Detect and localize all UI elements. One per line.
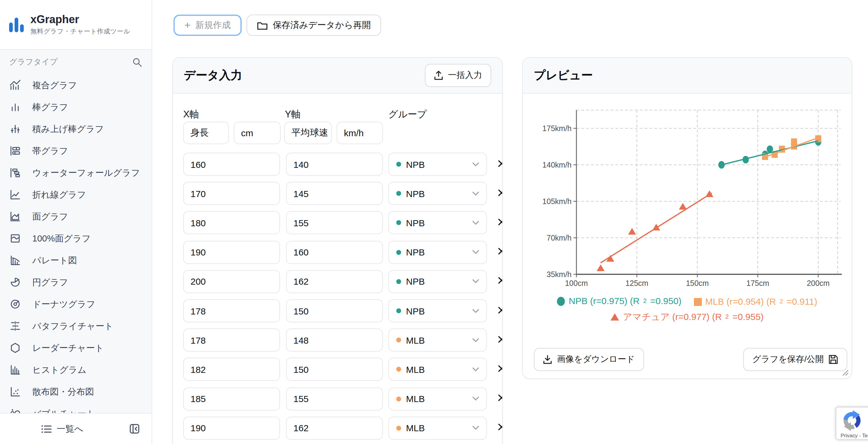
sidebar-item-waterfall-graph[interactable]: ウォーターフォールグラフ: [0, 162, 152, 184]
sidebar-item-donut-chart[interactable]: ドーナツグラフ: [0, 293, 152, 315]
y-value-input[interactable]: [286, 211, 383, 235]
sidebar-item-pareto-chart[interactable]: パレート図: [0, 249, 152, 271]
delete-row-button[interactable]: [497, 361, 503, 378]
group-select[interactable]: MLB: [389, 417, 487, 440]
delete-row-button[interactable]: [497, 156, 503, 173]
group-name: MLB: [406, 364, 425, 375]
save-graph-button[interactable]: グラフを保存/公開: [743, 348, 847, 371]
to-list-button[interactable]: 一覧へ: [41, 423, 83, 435]
app-logo[interactable]: xGrapher 無料グラフ・チャート作成ツール: [0, 0, 152, 50]
group-select[interactable]: NPB: [389, 241, 487, 264]
group-select[interactable]: NPB: [389, 299, 487, 322]
group-select[interactable]: MLB: [389, 329, 487, 351]
sidebar-item-area-100-graph[interactable]: 100%面グラフ: [0, 228, 152, 249]
close-icon: [497, 247, 503, 255]
y-value-input[interactable]: [286, 358, 383, 381]
y-value-input[interactable]: [286, 182, 383, 205]
group-select[interactable]: NPB: [389, 270, 487, 293]
radar-chart-icon: [9, 342, 21, 354]
x-value-input[interactable]: [183, 182, 280, 205]
x-value-input[interactable]: [183, 417, 280, 440]
new-graph-button[interactable]: + 新規作成: [174, 14, 242, 36]
sidebar-item-band-graph[interactable]: 帯グラフ: [0, 140, 152, 162]
group-select[interactable]: NPB: [389, 211, 487, 235]
recaptcha-badge[interactable]: Privacy - Terms: [836, 407, 868, 440]
sidebar-item-bubble-chart[interactable]: バブルチャート: [0, 403, 152, 413]
x-value-input[interactable]: [183, 358, 280, 381]
x-value-input[interactable]: [183, 241, 280, 264]
data-row: NPB: [183, 270, 503, 293]
sidebar-item-pie-chart[interactable]: 円グラフ: [0, 271, 152, 293]
x-value-input[interactable]: [183, 211, 280, 235]
chart-legend: NPB (r=0.975) (R2=0.950)MLB (r=0.954) (R…: [523, 293, 851, 325]
x-value-input[interactable]: [183, 329, 280, 351]
preview-header: プレビュー: [523, 58, 851, 94]
svg-text:100cm: 100cm: [565, 279, 588, 287]
svg-text:35km/h: 35km/h: [547, 270, 571, 279]
graph-type-list: 複合グラフ棒グラフ積み上げ棒グラフ帯グラフウォーターフォールグラフ折れ線グラフ面…: [0, 74, 152, 413]
y-value-input[interactable]: [286, 241, 383, 264]
chevron-down-icon: [472, 397, 479, 401]
delete-row-button[interactable]: [497, 390, 503, 407]
delete-row-button[interactable]: [497, 273, 503, 290]
collapse-sidebar-button[interactable]: [130, 424, 140, 434]
x-unit-input[interactable]: [234, 122, 281, 144]
sidebar-item-butterfly-chart[interactable]: バタフライチャート: [0, 315, 152, 337]
sidebar-item-stacked-bar-graph[interactable]: 積み上げ棒グラフ: [0, 118, 152, 140]
delete-row-button[interactable]: [497, 420, 503, 437]
x-value-input[interactable]: [183, 153, 280, 176]
x-axis-label: X軸: [183, 108, 199, 121]
resume-saved-label: 保存済みデータから再開: [273, 20, 371, 31]
sidebar-item-label: ウォーターフォールグラフ: [32, 167, 140, 178]
group-name: MLB: [406, 394, 425, 404]
group-select[interactable]: NPB: [389, 153, 487, 176]
delete-row-button[interactable]: [497, 185, 503, 202]
y-value-input[interactable]: [286, 329, 383, 351]
delete-row-button[interactable]: [497, 302, 503, 319]
new-graph-label: 新規作成: [195, 20, 231, 31]
data-row: MLB: [183, 329, 503, 351]
delete-row-button[interactable]: [497, 214, 503, 232]
bulk-input-button[interactable]: 一括入力: [425, 64, 491, 87]
group-select[interactable]: MLB: [389, 387, 487, 410]
resume-saved-button[interactable]: 保存済みデータから再開: [247, 14, 381, 36]
y-value-input[interactable]: [286, 153, 383, 176]
delete-row-button[interactable]: [497, 332, 503, 348]
sidebar-item-area-graph[interactable]: 面グラフ: [0, 206, 152, 228]
y-value-input[interactable]: [286, 270, 383, 293]
y-value-input[interactable]: [286, 387, 383, 410]
y-name-input[interactable]: [284, 122, 332, 144]
y-value-input[interactable]: [286, 299, 383, 322]
resize-handle[interactable]: [841, 369, 848, 376]
sidebar-item-composite-graph[interactable]: 複合グラフ: [0, 74, 152, 96]
recaptcha-icon: [841, 409, 863, 432]
x-value-input[interactable]: [183, 299, 280, 322]
preview-title: プレビュー: [534, 68, 593, 83]
data-row: MLB: [183, 358, 503, 381]
graph-type-section-head: グラフタイプ: [0, 50, 152, 74]
search-icon[interactable]: [132, 57, 143, 67]
y-unit-input[interactable]: [337, 122, 383, 144]
sidebar-item-bar-graph[interactable]: 棒グラフ: [0, 96, 152, 118]
sidebar-item-label: 折れ線グラフ: [32, 189, 86, 200]
preview-panel: プレビュー 35km/h70km/h105km/h140km/h175km/h1…: [522, 57, 852, 379]
chevron-down-icon: [472, 162, 479, 166]
download-icon: [543, 354, 552, 364]
sidebar-item-label: 積み上げ棒グラフ: [32, 123, 104, 135]
sidebar-item-scatter-plot[interactable]: 散布図・分布図: [0, 381, 152, 403]
x-name-input[interactable]: [183, 122, 229, 144]
svg-text:175cm: 175cm: [746, 279, 769, 287]
data-input-panel: データ入力 一括入力 X軸 Y軸 グループ: [172, 57, 503, 444]
y-value-input[interactable]: [286, 417, 383, 440]
sidebar-item-label: パレート図: [32, 254, 77, 266]
sidebar-item-line-graph[interactable]: 折れ線グラフ: [0, 184, 152, 206]
group-select[interactable]: MLB: [389, 358, 487, 381]
x-value-input[interactable]: [183, 270, 280, 293]
download-image-button[interactable]: 画像をダウンロード: [534, 348, 644, 371]
x-value-input[interactable]: [183, 387, 280, 410]
recaptcha-links[interactable]: Privacy - Terms: [841, 433, 868, 439]
group-select[interactable]: NPB: [389, 182, 487, 205]
delete-row-button[interactable]: [497, 244, 503, 261]
sidebar-item-histogram[interactable]: ヒストグラム: [0, 359, 152, 381]
sidebar-item-radar-chart[interactable]: レーダーチャート: [0, 337, 152, 359]
